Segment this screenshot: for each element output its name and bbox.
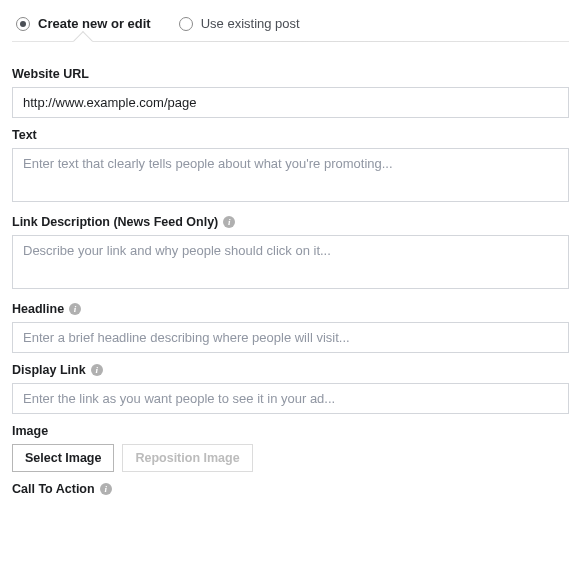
post-source-tabs: Create new or edit Use existing post	[12, 12, 569, 41]
info-icon[interactable]: i	[69, 303, 81, 315]
info-icon[interactable]: i	[100, 483, 112, 495]
label-text-field: Text	[12, 128, 569, 142]
label-text: Website URL	[12, 67, 89, 81]
field-website-url: Website URL	[12, 67, 569, 118]
label-text: Text	[12, 128, 37, 142]
label-call-to-action: Call To Action i	[12, 482, 569, 496]
headline-input[interactable]	[12, 322, 569, 353]
label-website-url: Website URL	[12, 67, 569, 81]
field-headline: Headline i	[12, 302, 569, 353]
info-icon[interactable]: i	[91, 364, 103, 376]
tab-label: Use existing post	[201, 16, 300, 31]
text-textarea[interactable]	[12, 148, 569, 202]
radio-icon	[16, 17, 30, 31]
image-buttons: Select Image Reposition Image	[12, 444, 569, 472]
field-link-description: Link Description (News Feed Only) i	[12, 215, 569, 292]
radio-icon	[179, 17, 193, 31]
label-text: Headline	[12, 302, 64, 316]
field-display-link: Display Link i	[12, 363, 569, 414]
info-icon[interactable]: i	[223, 216, 235, 228]
field-call-to-action: Call To Action i	[12, 482, 569, 496]
tab-label: Create new or edit	[38, 16, 151, 31]
label-headline: Headline i	[12, 302, 569, 316]
label-text: Display Link	[12, 363, 86, 377]
tab-use-existing-post[interactable]: Use existing post	[179, 16, 300, 31]
tab-create-new-or-edit[interactable]: Create new or edit	[16, 16, 151, 31]
field-text: Text	[12, 128, 569, 205]
label-text: Call To Action	[12, 482, 95, 496]
label-text: Link Description (News Feed Only)	[12, 215, 218, 229]
link-description-textarea[interactable]	[12, 235, 569, 289]
reposition-image-button: Reposition Image	[122, 444, 252, 472]
display-link-input[interactable]	[12, 383, 569, 414]
tab-divider	[12, 41, 569, 55]
field-image: Image Select Image Reposition Image	[12, 424, 569, 472]
label-image: Image	[12, 424, 569, 438]
label-display-link: Display Link i	[12, 363, 569, 377]
label-text: Image	[12, 424, 48, 438]
select-image-button[interactable]: Select Image	[12, 444, 114, 472]
website-url-input[interactable]	[12, 87, 569, 118]
label-link-description: Link Description (News Feed Only) i	[12, 215, 569, 229]
